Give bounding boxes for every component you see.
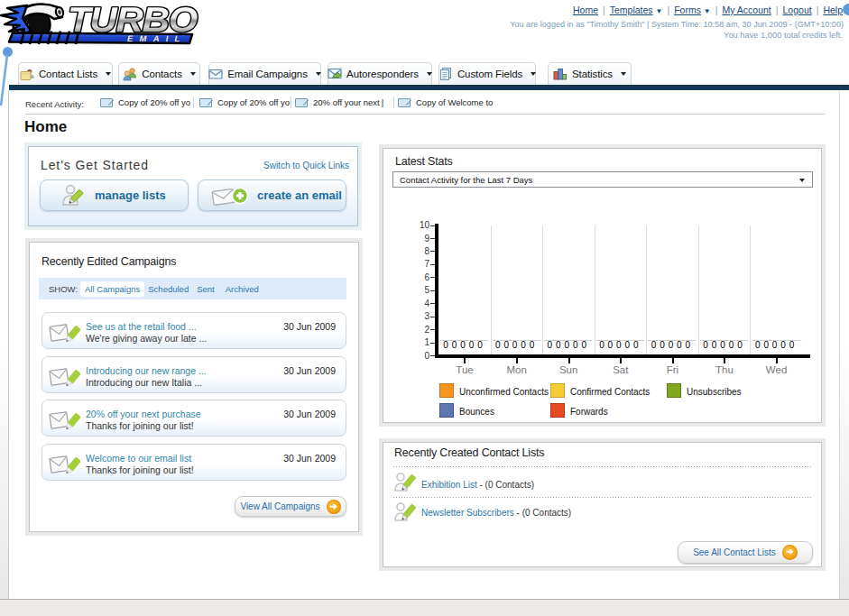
svg-text:EMAIL: EMAIL — [127, 34, 187, 44]
